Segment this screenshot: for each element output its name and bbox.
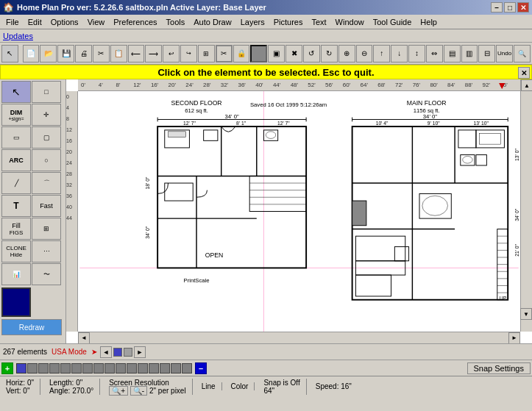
page-indicator-5[interactable] [60,363,71,374]
rect-select[interactable]: □ [32,81,61,103]
page-indicator-7[interactable] [82,363,93,374]
right-scrollbar[interactable]: ▲ ▼ [520,79,532,332]
chart-btn[interactable]: 📊 [1,263,31,285]
page-prev-button[interactable]: ◄ [100,346,112,358]
updates-label[interactable]: Updates [3,32,33,40]
page-dot-1[interactable] [113,348,122,357]
color-swatch[interactable] [1,287,31,317]
tb28[interactable]: Undo [496,45,513,62]
tb27[interactable]: ⊟ [478,45,495,62]
roundrect-btn[interactable]: ▢ [32,126,61,149]
tb26[interactable]: ▥ [461,45,478,62]
page-indicator-1[interactable] [16,363,26,374]
new-btn[interactable]: 📄 [23,45,40,62]
tb10[interactable]: ↪ [180,45,197,62]
page-indicator-3[interactable] [38,363,49,374]
move-btn[interactable]: ✛ [32,104,61,126]
page-indicator-14[interactable] [160,363,170,374]
rect-btn[interactable]: ▭ [1,126,31,149]
menu-toolguide[interactable]: Tool Guide [369,16,416,28]
zoom-in-btn[interactable]: 🔍+ [109,386,128,396]
page-indicator-8[interactable] [93,363,104,374]
menu-preferences[interactable]: Preferences [109,16,161,28]
menu-help[interactable]: Help [416,16,441,28]
menu-options[interactable]: Options [46,16,83,28]
menu-layers[interactable]: Layers [236,16,269,28]
arrow-tool[interactable]: ↖ [1,45,18,62]
scroll-down-button[interactable]: ▼ [520,308,532,320]
fast-btn[interactable]: Fast [32,195,61,217]
menu-tools[interactable]: Tools [162,16,190,28]
select-tool[interactable]: ↖ [1,81,31,103]
figs-btn[interactable]: ⊞ [32,218,61,240]
tb14[interactable] [250,45,267,62]
tb13[interactable]: 🔒 [233,45,250,62]
dim-btn[interactable]: DIM +sign= [1,104,31,126]
scroll-up-button[interactable]: ▲ [521,79,532,91]
line-btn[interactable]: ╱ [1,172,31,194]
tb12[interactable]: ✂ [216,45,233,62]
tb8[interactable]: ⟶ [145,45,162,62]
text-btn[interactable]: T [1,195,31,217]
scroll-left-button[interactable]: ◄ [78,332,90,344]
tb23[interactable]: ↕ [408,45,425,62]
hide-btn[interactable]: ⋯ [32,240,61,262]
redraw-button[interactable]: Redraw [1,319,62,335]
tb24[interactable]: ⇔ [426,45,443,62]
save-btn[interactable]: 💾 [57,45,74,62]
menu-window[interactable]: Window [331,16,369,28]
tb9[interactable]: ↩ [163,45,180,62]
curve-btn[interactable]: 〜 [32,263,61,285]
maximize-button[interactable]: □ [504,2,516,12]
remove-page-button[interactable]: – [195,362,207,374]
page-dot-2[interactable] [124,348,132,357]
tb18[interactable]: ↻ [321,45,338,62]
polyline-btn[interactable]: ⌒ [32,172,61,194]
menu-autodraw[interactable]: Auto Draw [189,16,235,28]
clone-btn[interactable]: CLONE Hide [1,240,31,262]
tb6[interactable]: 📋 [110,45,127,62]
menu-pictures[interactable]: Pictures [269,16,308,28]
tb16[interactable]: ✖ [285,45,302,62]
menu-file[interactable]: File [1,16,24,28]
page-indicator-4[interactable] [49,363,60,374]
add-page-button[interactable]: + [1,362,13,374]
tb5[interactable]: ✂ [93,45,110,62]
tb7[interactable]: ⟵ [128,45,145,62]
print-btn[interactable]: 🖨 [75,45,92,62]
page-indicator-15[interactable] [171,363,181,374]
arc-btn[interactable]: ARC [1,149,31,171]
page-indicator-12[interactable] [138,363,148,374]
notify-close-button[interactable]: ✕ [518,67,530,79]
tb22[interactable]: ↓ [391,45,408,62]
tb11[interactable]: ⊞ [198,45,215,62]
zoom-out-btn[interactable]: 🔍- [130,386,147,396]
tb29[interactable]: 🔍 [514,45,531,62]
page-indicator-6[interactable] [71,363,82,374]
bottom-scrollbar[interactable]: ◄ ► [78,332,520,343]
fill-btn[interactable]: Fill FIGS [1,218,31,240]
tb21[interactable]: ↑ [373,45,390,62]
tb19[interactable]: ⊕ [338,45,355,62]
menu-text[interactable]: Text [307,16,330,28]
page-indicator-11[interactable] [127,363,137,374]
tb20[interactable]: ⊖ [356,45,373,62]
scroll-right-button[interactable]: ► [508,332,520,344]
snap-settings-button[interactable]: Snap Settings [467,362,531,374]
page-next-button[interactable]: ► [134,346,146,358]
tb25[interactable]: ▤ [444,45,461,62]
canvas-area[interactable]: SECOND FLOOR 612 sq ft. Saved 16 Oct 199… [78,91,520,332]
page-indicator-10[interactable] [116,363,126,374]
tb17[interactable]: ↺ [303,45,320,62]
page-indicator-13[interactable] [149,363,159,374]
close-button[interactable]: ✕ [517,2,529,12]
minimize-button[interactable]: – [491,2,503,12]
tb15[interactable]: ▣ [268,45,285,62]
page-indicator-9[interactable] [104,363,115,374]
open-btn[interactable]: 📂 [40,45,57,62]
page-indicator-2[interactable] [27,363,38,374]
menu-view[interactable]: View [83,16,110,28]
circle-btn[interactable]: ○ [32,149,61,171]
menu-edit[interactable]: Edit [24,16,46,28]
page-indicator-16[interactable] [182,363,192,374]
